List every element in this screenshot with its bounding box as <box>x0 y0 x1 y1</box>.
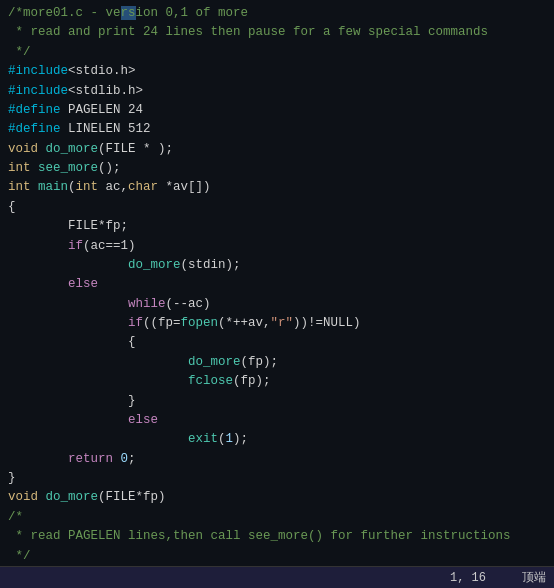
code-line-17: if((fp=fopen(*++av,"r"))!=NULL) <box>8 314 546 333</box>
code-line-18: { <box>8 333 546 352</box>
code-line-6: #define PAGELEN 24 <box>8 101 546 120</box>
code-line-5: #include<stdlib.h> <box>8 82 546 101</box>
code-line-15: else <box>8 275 546 294</box>
code-line-13: if(ac==1) <box>8 237 546 256</box>
code-line-23: exit(1); <box>8 430 546 449</box>
code-line-7: #define LINELEN 512 <box>8 120 546 139</box>
code-area[interactable]: /*more01.c - version 0,1 of more * read … <box>0 0 554 566</box>
code-line-16: while(--ac) <box>8 295 546 314</box>
code-line-3: */ <box>8 43 546 62</box>
code-line-1: /*more01.c - version 0,1 of more <box>8 4 546 23</box>
code-line-9: int see_more(); <box>8 159 546 178</box>
code-line-8: void do_more(FILE * ); <box>8 140 546 159</box>
code-line-26: void do_more(FILE*fp) <box>8 488 546 507</box>
code-line-4: #include<stdio.h> <box>8 62 546 81</box>
code-line-25: } <box>8 469 546 488</box>
code-line-19: do_more(fp); <box>8 353 546 372</box>
code-line-14: do_more(stdin); <box>8 256 546 275</box>
scroll-position: 顶端 <box>522 571 546 585</box>
code-line-28: * read PAGELEN lines,then call see_more(… <box>8 527 546 546</box>
code-line-24: return 0; <box>8 450 546 469</box>
code-line-21: } <box>8 392 546 411</box>
code-line-11: { <box>8 198 546 217</box>
code-line-20: fclose(fp); <box>8 372 546 391</box>
code-line-27: /* <box>8 508 546 527</box>
status-bar: 1, 16 顶端 <box>0 566 554 588</box>
editor-container: /*more01.c - version 0,1 of more * read … <box>0 0 554 588</box>
code-line-10: int main(int ac,char *av[]) <box>8 178 546 197</box>
code-line-29: */ <box>8 547 546 566</box>
code-line-22: else <box>8 411 546 430</box>
status-position: 1, 16 顶端 <box>450 569 546 586</box>
code-line-12: FILE*fp; <box>8 217 546 236</box>
cursor-position: 1, 16 <box>450 571 486 585</box>
code-line-2: * read and print 24 lines then pause for… <box>8 23 546 42</box>
